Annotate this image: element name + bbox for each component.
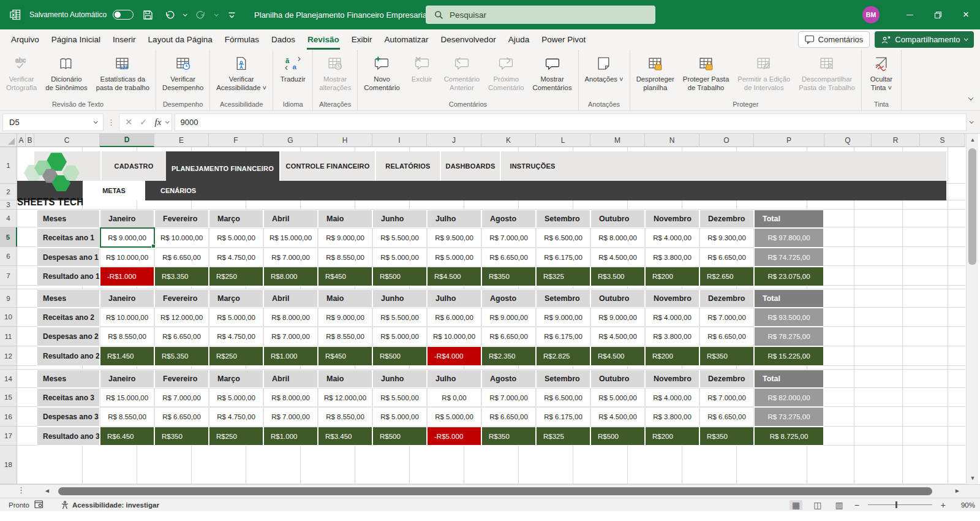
cell-despesas-ano-2-abril[interactable]: R$ 7.000,00 <box>263 327 318 346</box>
col-header-agosto[interactable]: Agosto <box>481 210 536 228</box>
column-header-f[interactable]: F <box>209 134 263 147</box>
cell-resultado-ano-2-abril[interactable]: R$1.000 <box>263 346 318 366</box>
cell-despesas-ano-1-agosto[interactable]: R$ 6.650,00 <box>481 248 536 267</box>
col-header-dezembro[interactable]: Dezembro <box>699 210 754 228</box>
row-header-16[interactable]: 16 <box>0 407 17 427</box>
cell-resultado-ano-2-dezembro[interactable]: R$350 <box>699 346 754 366</box>
ribbon-button-dicionario-de-sinonimos[interactable]: Dicionário de Sinônimos <box>41 51 91 92</box>
row-header-10[interactable]: 10 <box>0 308 17 327</box>
col-header-janeiro[interactable]: Janeiro <box>100 370 154 388</box>
column-header-b[interactable]: B <box>26 134 34 147</box>
cell-receitas-ano-1-setembro[interactable]: R$ 6.500,00 <box>536 228 590 248</box>
cell-receitas-ano-2-outubro[interactable]: R$ 9.000,00 <box>590 308 645 327</box>
scroll-down-icon[interactable]: ▼ <box>967 475 979 481</box>
col-header-janeiro[interactable]: Janeiro <box>100 210 154 228</box>
cell-despesas-ano-2-dezembro[interactable]: R$ 6.650,00 <box>699 327 754 346</box>
cell-resultado-ano-3-julho[interactable]: -R$5.000 <box>427 427 481 446</box>
ribbon-tab-exibir[interactable]: Exibir <box>345 29 379 50</box>
row-header-7[interactable]: 7 <box>0 266 17 286</box>
cell-resultado-ano-2-janeiro[interactable]: R$1.450 <box>100 346 154 366</box>
column-header-k[interactable]: K <box>481 134 536 147</box>
ribbon-tab-dados[interactable]: Dados <box>265 29 301 50</box>
column-header-o[interactable]: O <box>699 134 754 147</box>
cell-resultado-ano-3-dezembro[interactable]: R$350 <box>699 427 754 446</box>
col-header-julho[interactable]: Julho <box>427 289 481 308</box>
col-header-agosto[interactable]: Agosto <box>481 370 536 388</box>
row-header-15[interactable]: 15 <box>0 388 17 407</box>
cell-receitas-ano-3-janeiro[interactable]: R$ 15.000,00 <box>100 388 154 407</box>
cell-resultado-ano-2-julho[interactable]: -R$4.000 <box>427 346 481 366</box>
zoom-slider-thumb[interactable] <box>895 501 897 508</box>
sheet-tab-dashboards[interactable]: DASHBOARDS <box>440 151 500 181</box>
cell-resultado-ano-2-marco[interactable]: R$250 <box>209 346 263 366</box>
column-header-h[interactable]: H <box>318 134 372 147</box>
ribbon-button-desproteger-planilha[interactable]: Desproteger planilha <box>632 51 679 92</box>
cell-receitas-ano-3-outubro[interactable]: R$ 5.000,00 <box>590 388 645 407</box>
col-header-junho[interactable]: Junho <box>372 370 427 388</box>
col-header-fevereiro[interactable]: Fevereiro <box>154 289 209 308</box>
col-header-fevereiro[interactable]: Fevereiro <box>154 370 209 388</box>
cell-despesas-ano-3-agosto[interactable]: R$ 6.650,00 <box>481 407 536 427</box>
ribbon-button-proteger-pasta-de-trabalho[interactable]: Proteger Pasta de Trabalho <box>679 51 733 92</box>
col-header-setembro[interactable]: Setembro <box>536 210 590 228</box>
row-header-17[interactable]: 17 <box>0 427 17 446</box>
cell-resultado-ano-3-abril[interactable]: R$1.000 <box>263 427 318 446</box>
cell-receitas-ano-1-maio[interactable]: R$ 9.000,00 <box>318 228 372 248</box>
col-header-outubro[interactable]: Outubro <box>590 370 645 388</box>
cell-despesas-ano-1-abril[interactable]: R$ 7.000,00 <box>263 248 318 267</box>
ribbon-tab-arquivo[interactable]: Arquivo <box>5 29 45 50</box>
ribbon-button-ocultar-tinta[interactable]: Ocultar Tinta ˅ <box>864 51 899 92</box>
col-header-agosto[interactable]: Agosto <box>481 289 536 308</box>
cell-receitas-ano-2-dezembro[interactable]: R$ 7.000,00 <box>699 308 754 327</box>
row-header-3[interactable]: 3 <box>0 200 17 210</box>
col-header-junho[interactable]: Junho <box>372 210 427 228</box>
cell-receitas-ano-3-dezembro[interactable]: R$ 7.000,00 <box>699 388 754 407</box>
cell-receitas-ano-2-janeiro[interactable]: R$ 10.000,00 <box>100 308 154 327</box>
cell-resultado-ano-1-fevereiro[interactable]: R$3.350 <box>154 267 209 286</box>
col-header-julho[interactable]: Julho <box>427 370 481 388</box>
zoom-slider[interactable] <box>868 504 932 505</box>
col-header-setembro[interactable]: Setembro <box>536 370 590 388</box>
cell-receitas-ano-1-outubro[interactable]: R$ 8.000,00 <box>590 228 645 248</box>
col-header-maio[interactable]: Maio <box>318 370 372 388</box>
row-label-receitas-ano-3[interactable]: Receitas ano 3 <box>37 388 100 407</box>
cell-receitas-ano-2-julho[interactable]: R$ 6.000,00 <box>427 308 481 327</box>
ribbon-tab-power-pivot[interactable]: Power Pivot <box>535 29 592 50</box>
save-icon[interactable] <box>140 7 156 23</box>
sheet-tab-controle-financeiro[interactable]: CONTROLE FINANCEIRO <box>279 151 375 181</box>
page-break-view-icon[interactable]: ▥ <box>832 500 845 510</box>
column-header-n[interactable]: N <box>645 134 699 147</box>
cell-despesas-ano-1-fevereiro[interactable]: R$ 6.650,00 <box>154 248 209 267</box>
cell-despesas-ano-1-dezembro[interactable]: R$ 6.650,00 <box>699 248 754 267</box>
col-header-maio[interactable]: Maio <box>318 289 372 308</box>
cell-resultado-ano-2-junho[interactable]: R$500 <box>372 346 427 366</box>
cell-resultado-ano-1-abril[interactable]: R$8.000 <box>263 267 318 286</box>
horizontal-scroll-thumb[interactable] <box>58 487 932 495</box>
horizontal-scrollbar[interactable]: ⋮ ◄ ► <box>0 484 980 498</box>
sheet-tab-splitter[interactable]: ⋮ <box>17 485 25 495</box>
quick-access-toolbar-icon[interactable] <box>224 7 239 23</box>
cell-resultado-ano-3-janeiro[interactable]: R$6.450 <box>100 427 154 446</box>
cell-despesas-ano-2-maio[interactable]: R$ 8.550,00 <box>318 327 372 346</box>
cell-despesas-ano-3-abril[interactable]: R$ 7.000,00 <box>263 407 318 427</box>
col-header-janeiro[interactable]: Janeiro <box>100 289 154 308</box>
ribbon-button-estatisticas-da-pasta-de-trabalho[interactable]: 123Estatísticas da pasta de trabalho <box>92 51 154 92</box>
row-header-11[interactable]: 11 <box>0 327 17 346</box>
column-header-q[interactable]: Q <box>824 134 872 147</box>
row-header-14[interactable]: 14 <box>0 370 17 388</box>
cell-despesas-ano-1-novembro[interactable]: R$ 3.800,00 <box>645 248 699 267</box>
col-header-julho[interactable]: Julho <box>427 210 481 228</box>
sheet-tab-cadastro[interactable]: CADASTRO <box>100 151 166 181</box>
cell-resultado-ano-1-marco[interactable]: R$250 <box>209 267 263 286</box>
sheet-canvas[interactable]: CADASTROPLANEJAMENTO FINANCEIROCONTROLE … <box>17 147 965 484</box>
scroll-right-icon[interactable]: ► <box>954 487 960 494</box>
cell-resultado-ano-1-julho[interactable]: R$4.500 <box>427 267 481 286</box>
col-header-total[interactable]: Total <box>754 289 824 308</box>
cell-resultado-ano-3-total[interactable]: R$ 8.725,00 <box>754 427 824 446</box>
cell-receitas-ano-1-total[interactable]: R$ 97.800,00 <box>754 228 824 248</box>
cell-despesas-ano-2-janeiro[interactable]: R$ 8.550,00 <box>100 327 154 346</box>
cell-receitas-ano-1-agosto[interactable]: R$ 7.000,00 <box>481 228 536 248</box>
cell-resultado-ano-3-junho[interactable]: R$500 <box>372 427 427 446</box>
col-header-junho[interactable]: Junho <box>372 289 427 308</box>
ribbon-tab-formulas[interactable]: Fórmulas <box>219 29 265 50</box>
